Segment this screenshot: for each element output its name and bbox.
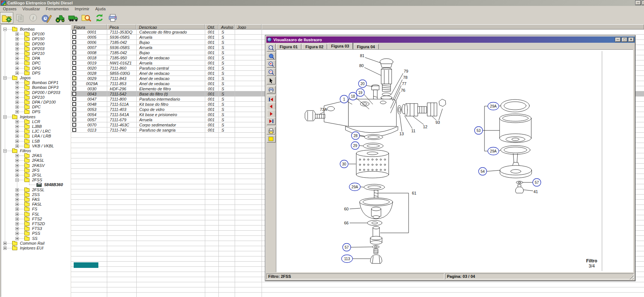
zoom-in-button[interactable] xyxy=(267,60,276,68)
diagram-callout-30[interactable]: 30 xyxy=(340,160,356,168)
expand-icon[interactable] xyxy=(15,81,19,84)
main-maximize-button[interactable]: □ xyxy=(642,0,644,5)
tree-item-label[interactable]: 2FSS xyxy=(31,178,43,182)
expand-icon[interactable] xyxy=(3,247,7,250)
expand-icon[interactable] xyxy=(15,154,19,157)
expand-icon[interactable] xyxy=(15,198,19,201)
tab-figura-02[interactable]: Figura 02 xyxy=(302,44,327,49)
tree-item-label[interactable]: 2FASV xyxy=(31,163,46,168)
tree-item-label[interactable]: FSL xyxy=(31,212,41,216)
menu-ajuda[interactable]: Ajuda xyxy=(92,6,108,12)
expand-icon[interactable] xyxy=(15,159,19,162)
tree-item-label[interactable]: DP150 xyxy=(31,36,46,41)
tree-item-label[interactable]: LJC / LRC xyxy=(31,129,52,133)
refresh-button[interactable] xyxy=(93,12,106,24)
diagram-callout-29A[interactable]: 29A xyxy=(488,147,501,155)
tree-item-label[interactable]: DPC xyxy=(31,61,42,65)
tree-item-label[interactable]: FTS2D xyxy=(31,221,46,226)
tree-item-label[interactable]: FAS xyxy=(31,197,41,202)
nav-first-button[interactable] xyxy=(267,95,276,103)
menu-visualizar[interactable]: Visualizar xyxy=(20,6,43,12)
expand-icon[interactable] xyxy=(15,71,19,75)
tab-figura-04[interactable]: Figura 04 xyxy=(353,44,379,49)
tree-item-label[interactable]: DP200 xyxy=(31,42,46,46)
expand-icon[interactable] xyxy=(15,213,19,216)
row-checkbox[interactable] xyxy=(73,66,76,70)
row-checkbox[interactable] xyxy=(73,113,76,116)
tree-item-label[interactable]: Jogos xyxy=(19,76,32,80)
diagram-callout-53[interactable]: 53 xyxy=(475,106,500,151)
diagram-callout-57[interactable]: 57 xyxy=(343,244,372,251)
expand-icon[interactable] xyxy=(15,32,19,36)
annotate-button[interactable] xyxy=(40,12,53,24)
tree-item-label[interactable]: DP200 / DP203 xyxy=(31,90,61,95)
column-header-qtd[interactable]: Qtd. xyxy=(205,24,218,29)
tractor-applications-button[interactable] xyxy=(53,12,66,24)
tree-item-label[interactable]: Bombas xyxy=(19,27,36,31)
table-row-empty[interactable] xyxy=(71,293,644,297)
diagram-callout-13[interactable]: 13 xyxy=(399,115,404,136)
tree-item-label[interactable]: Filtros xyxy=(19,148,32,153)
truck-applications-button[interactable] xyxy=(66,12,80,24)
column-header-peca[interactable]: Peca xyxy=(107,24,136,29)
expand-icon[interactable] xyxy=(3,242,7,245)
tree-item-label[interactable]: DP210 xyxy=(31,51,46,56)
expand-icon[interactable] xyxy=(15,217,19,221)
tree-item-label[interactable]: DP203 xyxy=(31,46,46,51)
tree-item-label[interactable]: LRA / LRB xyxy=(31,134,52,138)
diagram-callout-29A[interactable]: 29A xyxy=(349,183,364,191)
row-checkbox[interactable] xyxy=(73,30,76,34)
tree-item-label[interactable]: DP210 xyxy=(31,95,46,99)
tree-item-label[interactable]: SS xyxy=(31,236,39,241)
expand-icon[interactable] xyxy=(15,91,19,94)
viewer-minimize-button[interactable]: ─ xyxy=(615,37,621,42)
zoom-out-button[interactable] xyxy=(267,68,276,76)
tree-item-label[interactable]: 2FAS xyxy=(31,153,43,158)
nav-last-button[interactable] xyxy=(267,117,276,125)
diagram-callout-11[interactable]: 11 xyxy=(405,116,416,133)
expand-icon[interactable] xyxy=(15,232,19,235)
row-checkbox[interactable] xyxy=(73,51,76,54)
collapse-icon[interactable] xyxy=(3,115,7,119)
tree-item-label[interactable]: 2FS xyxy=(31,168,41,172)
expand-icon[interactable] xyxy=(15,110,19,113)
tree-item-label[interactable]: FASL xyxy=(31,202,43,206)
row-checkbox[interactable] xyxy=(73,92,76,95)
column-header-descricao[interactable]: Descricao xyxy=(136,24,205,29)
menu-ferramentas[interactable]: Ferramentas xyxy=(43,6,71,12)
expand-icon[interactable] xyxy=(15,96,19,99)
expand-icon[interactable] xyxy=(15,130,19,133)
tree-item-label[interactable]: Bombas DFP3 xyxy=(31,85,60,90)
diagram-callout-29[interactable]: 29 xyxy=(351,142,363,150)
viewer-maximize-button[interactable]: □ xyxy=(622,37,627,42)
menu-imprimir[interactable]: Imprimir xyxy=(72,6,92,12)
tree-item-label[interactable]: LSB xyxy=(31,139,41,143)
tree-item-label[interactable]: DPA / DP100 xyxy=(31,100,57,104)
row-checkbox[interactable] xyxy=(73,118,76,121)
column-header-jogo[interactable]: Jogo xyxy=(235,24,262,29)
expand-icon[interactable] xyxy=(15,62,19,65)
tree-item-label[interactable]: Bombas DFP1 xyxy=(31,80,60,85)
row-checkbox[interactable] xyxy=(73,97,76,101)
tab-figura-03[interactable]: Figura 03 xyxy=(328,43,353,49)
row-checkbox[interactable] xyxy=(73,87,76,90)
diagram-callout-60[interactable]: 60 xyxy=(344,207,360,211)
expand-icon[interactable] xyxy=(15,227,19,230)
tree-item-label[interactable]: 2FASL xyxy=(31,158,45,163)
diagram-callout-41[interactable]: 41 xyxy=(524,189,538,194)
tree-item-label[interactable]: LJBB xyxy=(31,124,43,129)
expand-icon[interactable] xyxy=(15,47,19,50)
tree-item-label[interactable]: Injetores EUI xyxy=(19,246,45,250)
column-header-avulso[interactable]: Avulso xyxy=(218,24,235,29)
expand-icon[interactable] xyxy=(15,193,19,196)
expand-icon[interactable] xyxy=(15,207,19,211)
main-minimize-button[interactable]: ─ xyxy=(635,0,641,5)
tree-item-label[interactable]: 2FSSL xyxy=(31,188,46,192)
diagram-callout-54[interactable]: 54 xyxy=(479,168,500,175)
table-row-empty[interactable] xyxy=(71,287,644,293)
tree-item-label[interactable]: VKB / VKBL xyxy=(31,144,55,148)
row-checkbox[interactable] xyxy=(73,56,76,59)
pointer-button[interactable] xyxy=(267,77,276,84)
catalog-tree[interactable]: BombasDP100DP150DP200DP203DP210DPADPCDPG… xyxy=(1,24,71,297)
tree-item-label[interactable]: LCR xyxy=(31,119,41,124)
